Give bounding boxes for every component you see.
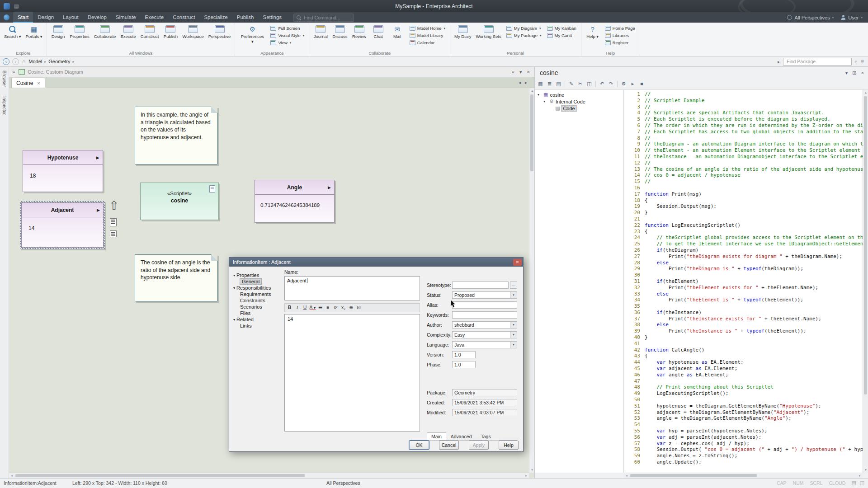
notes-field[interactable]: 14 [284, 314, 420, 432]
vertical-scrollbar[interactable]: ▴ ▾ [863, 90, 868, 473]
menu-tab-execute[interactable]: Execute [141, 12, 169, 23]
created-field[interactable]: 15/09/2021 3:53:42 PM [452, 399, 517, 406]
status-field[interactable]: Proposed▾ [452, 291, 517, 299]
cancel-button[interactable]: Cancel [439, 441, 459, 450]
modified-field[interactable]: 15/09/2021 4:03:07 PM [452, 409, 517, 416]
design-button[interactable]: Design [49, 24, 67, 39]
dialog-tree-responsibilities[interactable]: ▾Responsibilities [233, 285, 281, 291]
list-view-icon[interactable]: ≣ [546, 80, 553, 88]
author-field[interactable]: shebbard▾ [452, 321, 517, 328]
tab-cosine[interactable]: Cosine × [11, 78, 45, 88]
workspace-button[interactable]: Workspace [180, 24, 205, 39]
options-icon[interactable]: ⚙ [620, 80, 627, 88]
chevron-down-icon[interactable]: ▾ [510, 332, 517, 338]
publish-button[interactable]: Publish [161, 24, 179, 39]
portals-button[interactable]: ▦Portals ▾ [24, 24, 44, 39]
menu-list-icon[interactable]: ≣ [861, 59, 864, 64]
scroll-right-icon[interactable]: ▸ [525, 80, 527, 85]
expand-triangle-icon[interactable]: ▶ [96, 155, 99, 160]
menu-tab-develop[interactable]: Develop [83, 12, 111, 23]
help-button[interactable]: Help [499, 441, 519, 450]
construct-button[interactable]: Construct [139, 24, 161, 39]
code-tree-internal-code[interactable]: ▾⚙Internal Code [535, 98, 623, 105]
breadcrumb-item-geometry[interactable]: Geometry [48, 59, 70, 64]
expand-editor-button[interactable]: ⊡ [355, 305, 362, 311]
dialog-tree-constraints[interactable]: Constraints [233, 297, 281, 304]
back-button[interactable]: ‹ [3, 58, 9, 65]
model-library-button[interactable]: Model Library [408, 33, 447, 38]
menu-tab-start[interactable]: Start [13, 12, 33, 23]
my-package-button[interactable]: My Package▾ [505, 33, 543, 38]
scrollbar-thumb[interactable] [15, 474, 305, 477]
execute-button[interactable]: Execute [118, 24, 137, 39]
edit-icon[interactable]: ✎ [567, 80, 575, 88]
chevron-right-icon[interactable]: ▸ [778, 59, 780, 64]
code-tree-code[interactable]: ▤Code [535, 105, 623, 112]
user-menu[interactable]: User ▾ [841, 15, 863, 20]
menu-tab-simulate[interactable]: Simulate [111, 12, 141, 23]
window-icon[interactable]: ◫ [860, 480, 864, 486]
element-adjacent[interactable]: Adjacent ▶ 14 [21, 202, 104, 248]
bullet-list-button[interactable]: ☰ [317, 305, 324, 311]
chevron-down-icon[interactable]: ▾ [510, 322, 517, 328]
dialog-tree-requirements[interactable]: Requirements [233, 291, 281, 297]
expand-triangle-icon[interactable]: ▶ [97, 208, 100, 212]
subscript-button[interactable]: x₂ [340, 305, 347, 311]
find-package-input[interactable] [786, 58, 849, 65]
dialog-tab-main[interactable]: Main [427, 432, 446, 440]
collaborate-button[interactable]: Collaborate [92, 24, 118, 39]
menu-tab-design[interactable]: Design [33, 12, 58, 23]
dialog-tree-files[interactable]: Files [233, 310, 281, 316]
breadcrumb-item-model[interactable]: Model [28, 59, 42, 64]
package-field[interactable]: Geometry [452, 389, 517, 396]
font-color-button[interactable]: A ▾ [309, 305, 316, 311]
perspective-button[interactable]: Perspective [207, 24, 233, 39]
stereotype-field[interactable] [452, 282, 509, 289]
vertical-scrollbar[interactable]: ▴ ▾ [529, 88, 534, 473]
complexity-field[interactable]: Easy▾ [452, 331, 517, 338]
journal-button[interactable]: Journal [311, 24, 330, 39]
mail-button[interactable]: ✉Mail [388, 24, 406, 39]
quicklink-list-icon[interactable] [110, 218, 117, 226]
underline-button[interactable]: U [302, 305, 308, 311]
menu-tab-layout[interactable]: Layout [58, 12, 83, 23]
quicklink-up-arrow-icon[interactable]: ⇧ [109, 200, 119, 212]
code-editor[interactable]: 1//2// Scriptlet Example3//4// Scriptlet… [624, 90, 863, 473]
language-field[interactable]: Java▾ [452, 341, 517, 348]
find-package-box[interactable] [783, 58, 852, 66]
close-icon[interactable]: × [37, 80, 40, 86]
view-button[interactable]: View▾ [269, 40, 306, 46]
find-command-box[interactable] [293, 14, 354, 22]
menu-tab-settings[interactable]: Settings [259, 12, 287, 23]
review-button[interactable]: Review [350, 24, 368, 39]
copy-icon[interactable]: ◫ [585, 80, 593, 88]
my-diagram-button[interactable]: My Diagram▾ [505, 25, 543, 31]
ok-button[interactable]: OK [409, 441, 429, 450]
element-hypotenuse[interactable]: Hypotenuse ▶ 18 [23, 150, 103, 192]
close-icon[interactable]: ✕ [513, 259, 522, 266]
hyperlink-button[interactable]: ⊕ [348, 305, 354, 311]
version-field[interactable]: 1.0 [452, 351, 476, 358]
scrollbar-thumb[interactable] [530, 94, 533, 171]
horizontal-scrollbar[interactable]: ◂ ▸ [624, 473, 863, 478]
superscript-button[interactable]: x² [332, 305, 339, 311]
search-button[interactable]: Search ▾ [2, 24, 23, 39]
close-icon[interactable]: × [861, 70, 864, 76]
layout-icon[interactable]: ▤ [851, 480, 856, 486]
chevron-down-icon[interactable]: ▾ [510, 292, 517, 298]
dialog-tab-tags[interactable]: Tags [476, 432, 495, 440]
note-element[interactable]: In this example, the angle of a triangle… [135, 107, 217, 164]
dialog-tree-scenarios[interactable]: Scenarios [233, 304, 281, 310]
numbered-list-button[interactable]: ≡ [325, 305, 331, 311]
expand-triangle-icon[interactable]: ▶ [328, 185, 331, 190]
dialog-tree-properties[interactable]: ▾Properties [233, 272, 281, 278]
menu-tab-construct[interactable]: Construct [168, 12, 199, 23]
horizontal-scrollbar[interactable]: ◂ ▸ [9, 473, 529, 478]
model-home-button[interactable]: Model Home▾ [408, 25, 447, 31]
cut-icon[interactable]: ✂ [576, 80, 584, 88]
properties-button[interactable]: Properties [68, 24, 91, 39]
side-tab-inspector[interactable]: Inspector [2, 96, 7, 115]
scroll-left-icon[interactable]: ◂ [519, 80, 521, 85]
pin-window-icon[interactable]: ⊞ [852, 70, 856, 76]
element-angle[interactable]: Angle ▶ 0.7124746246245384189 [255, 180, 335, 223]
